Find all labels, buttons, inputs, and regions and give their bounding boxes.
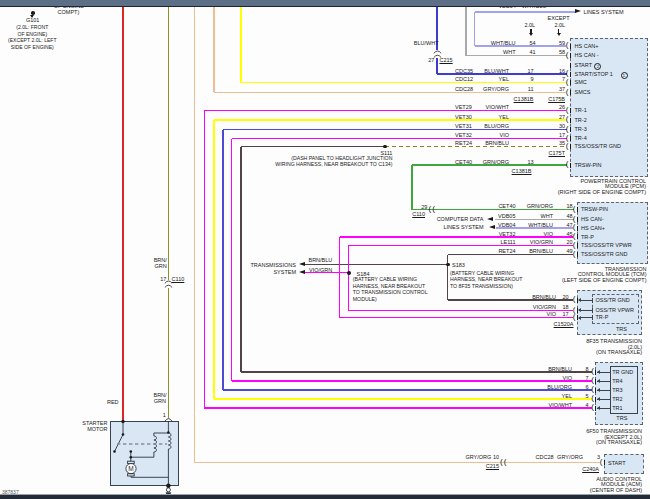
svg-text:M: M <box>128 465 133 472</box>
